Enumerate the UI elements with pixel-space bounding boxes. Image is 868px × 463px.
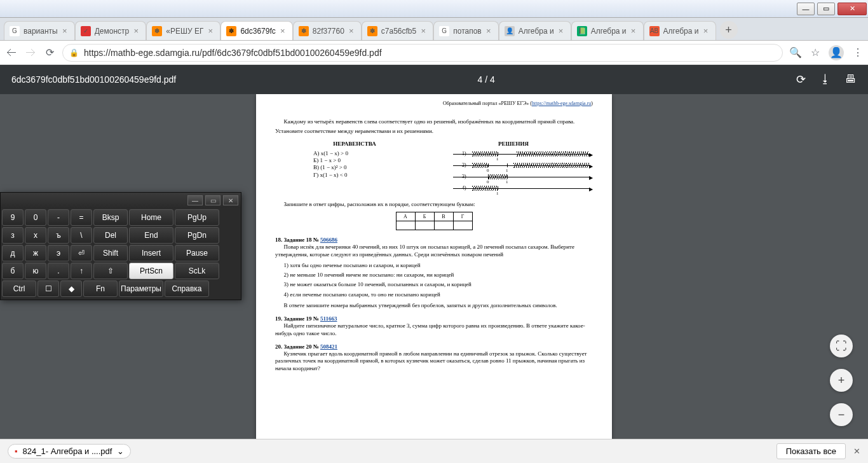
back-button[interactable]: 🡠 — [5, 46, 18, 59]
osk-key[interactable]: х — [25, 227, 46, 244]
window-maximize[interactable]: ▭ — [817, 3, 835, 15]
osk-key[interactable]: Bksp — [93, 209, 128, 226]
close-icon[interactable]: × — [419, 27, 428, 36]
osk-key[interactable]: End — [129, 227, 173, 244]
portal-link[interactable]: https://mathb-ege.sdamgia.ru — [532, 100, 591, 106]
address-bar[interactable]: 🔒 https://mathb-ege.sdamgia.ru/pdf/6dc36… — [62, 44, 783, 62]
browser-tab[interactable]: ✽c7a56cfb5× — [362, 21, 433, 40]
close-icon[interactable]: × — [702, 27, 710, 36]
show-all-button[interactable]: Показать все — [776, 443, 846, 459]
osk-key[interactable]: ⇧ — [93, 263, 128, 279]
close-icon[interactable]: × — [206, 27, 215, 36]
chevron-down-icon[interactable]: ⌄ — [117, 446, 124, 456]
bookmark-icon[interactable]: ☆ — [811, 46, 820, 59]
osk-key[interactable]: Insert — [129, 245, 173, 261]
close-icon[interactable]: × — [132, 27, 140, 36]
osk-key[interactable]: ⏎ — [71, 245, 92, 261]
osk-key[interactable]: Shift — [93, 245, 128, 261]
favicon-icon: G — [439, 26, 449, 36]
close-icon[interactable]: × — [484, 27, 493, 36]
browser-tab[interactable]: ✽6dc3679fc× — [220, 21, 292, 40]
close-icon[interactable]: × — [347, 27, 356, 36]
osk-key[interactable]: Del — [93, 227, 128, 244]
osk-key[interactable]: Справка — [165, 280, 209, 297]
osk-key[interactable]: PgUp — [175, 209, 219, 226]
browser-tab[interactable]: 👤Алгебра и× — [499, 21, 571, 40]
zoom-icon[interactable]: 🔍 — [789, 46, 802, 59]
close-icon[interactable]: × — [60, 27, 69, 36]
lock-icon: 🔒 — [69, 48, 79, 57]
osk-key[interactable]: PgDn — [175, 227, 219, 244]
osk-titlebar[interactable]: — ▭ ✕ — [1, 193, 241, 208]
print-icon[interactable]: 🖶 — [845, 73, 857, 86]
browser-tab[interactable]: ✽82f37760× — [293, 21, 362, 40]
osk-minimize[interactable]: — — [187, 195, 203, 205]
osk-key[interactable]: Параметры — [119, 280, 163, 297]
numberline-4: 4)▶ 1 — [453, 184, 593, 193]
profile-avatar[interactable]: 👤 — [829, 45, 844, 60]
close-icon[interactable]: × — [278, 27, 287, 36]
osk-maximize[interactable]: ▭ — [205, 195, 220, 205]
close-icon[interactable]: × — [557, 27, 566, 36]
osk-key[interactable]: ↑ — [71, 263, 92, 279]
osk-key[interactable]: ю — [25, 263, 46, 279]
browser-tab[interactable]: ✽«РЕШУ ЕГ× — [146, 21, 220, 40]
browser-toolbar: 🡠 🡢 ⟳ 🔒 https://mathb-ege.sdamgia.ru/pdf… — [0, 41, 868, 65]
window-close[interactable]: ✕ — [837, 3, 867, 15]
favicon-icon: ✽ — [152, 26, 162, 36]
forward-button[interactable]: 🡢 — [24, 46, 37, 59]
osk-key[interactable]: - — [48, 209, 69, 226]
osk-key[interactable]: = — [71, 209, 92, 226]
osk-key[interactable]: ScLk — [175, 263, 219, 279]
osk-key[interactable]: \ — [71, 227, 92, 244]
url-text: https://mathb-ege.sdamgia.ru/pdf/6dc3679… — [84, 48, 382, 58]
close-bar-icon[interactable]: ✕ — [853, 446, 860, 456]
close-icon[interactable]: × — [629, 27, 638, 36]
osk-key[interactable]: д — [2, 245, 24, 261]
osk-key[interactable]: ъ — [48, 227, 69, 244]
download-chip[interactable]: ▪ 824_1- Алгебра и ....pdf ⌄ — [8, 444, 131, 459]
osk-close[interactable]: ✕ — [223, 195, 238, 205]
osk-key[interactable]: 9 — [2, 209, 24, 226]
onscreen-keyboard[interactable]: — ▭ ✕ 90-=BkspHomePgUpзхъ\DelEndPgDnджэ⏎… — [0, 192, 241, 300]
osk-key[interactable]: Ctrl — [2, 280, 36, 297]
favicon-icon: ✓ — [81, 26, 91, 36]
rotate-icon[interactable]: ⟳ — [796, 73, 806, 86]
browser-tab[interactable]: АВАлгебра и× — [644, 21, 716, 40]
tab-strip: Gварианты×✓Демонстр×✽«РЕШУ ЕГ×✽6dc3679fc… — [0, 18, 868, 41]
osk-key[interactable]: Home — [129, 209, 173, 226]
osk-key[interactable]: PrtScn — [129, 263, 173, 279]
osk-key[interactable]: б — [2, 263, 24, 279]
pdf-toolbar: 6dc3679fc0dbf51bd00100260459e9fd.pdf 4 /… — [0, 65, 868, 94]
task-link[interactable]: 508421 — [320, 343, 337, 350]
fit-button[interactable]: ⛶ — [830, 335, 853, 357]
osk-key[interactable]: ☐ — [37, 280, 59, 297]
osk-key[interactable]: з — [2, 227, 24, 244]
task-link[interactable]: 506686 — [320, 237, 337, 243]
osk-key[interactable]: э — [48, 245, 69, 261]
osk-key[interactable]: ◆ — [60, 280, 82, 297]
download-icon[interactable]: ⭳ — [820, 73, 831, 86]
zoom-out-button[interactable]: − — [830, 403, 853, 426]
browser-tab[interactable]: 📗Алгебра и× — [571, 21, 644, 40]
reload-button[interactable]: ⟳ — [43, 46, 56, 59]
inequalities-list: А) x(1 − x) > 0 Б) 1 − x > 0 В) (1 − x)²… — [313, 150, 434, 179]
tab-label: c7a56cfb5 — [381, 27, 416, 36]
browser-tab[interactable]: Gварианты× — [4, 21, 75, 40]
browser-tab[interactable]: Gпотапов× — [433, 21, 499, 40]
zoom-in-button[interactable]: + — [830, 369, 853, 392]
browser-tab[interactable]: ✓Демонстр× — [75, 21, 147, 40]
window-minimize[interactable]: — — [797, 3, 815, 15]
zoom-controls: ⛶ + − — [830, 335, 853, 426]
intro-text-2: Установите соответствие между неравенств… — [275, 128, 593, 135]
task-link[interactable]: 511663 — [320, 315, 337, 322]
osk-key[interactable]: Fn — [83, 280, 118, 297]
osk-key[interactable]: . — [48, 263, 69, 279]
osk-key[interactable]: ж — [25, 245, 46, 261]
task-18-body: Повар испёк для вечеринки 40 печений, из… — [275, 244, 593, 258]
osk-key[interactable]: Pause — [175, 245, 219, 261]
osk-key[interactable]: 0 — [25, 209, 46, 226]
numberline-2: 2)▶ 0 1 — [453, 162, 593, 170]
new-tab-button[interactable]: + — [720, 21, 738, 39]
menu-icon[interactable]: ⋮ — [853, 46, 863, 59]
